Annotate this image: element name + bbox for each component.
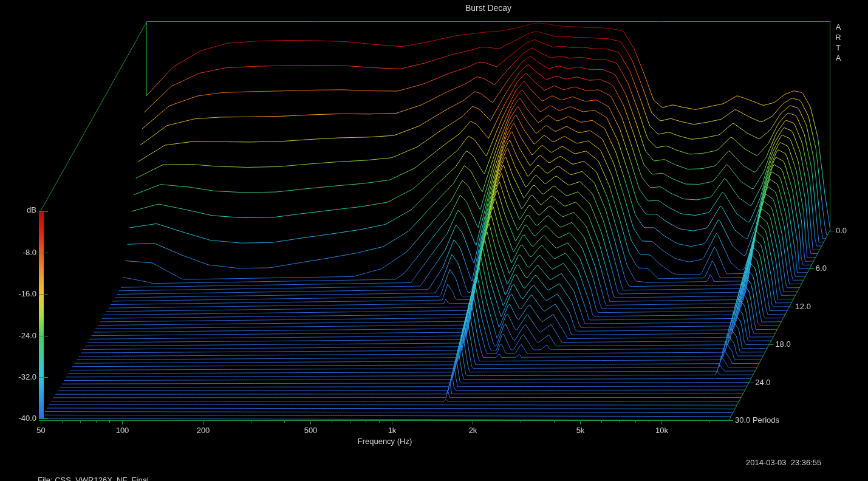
periods-tick-label: 0.0 bbox=[836, 226, 847, 235]
colorbar-tick-label: -8.0 bbox=[5, 248, 36, 257]
frequency-tick-label: 500 bbox=[304, 426, 318, 435]
colorbar-tick-label: -24.0 bbox=[5, 331, 36, 340]
frequency-tick-label: 1k bbox=[388, 426, 397, 435]
frequency-tick-label: 5k bbox=[576, 426, 585, 435]
periods-tick-label: 12.0 bbox=[796, 302, 811, 311]
arta-burst-decay-window: Burst Decay A R T A dB -8.0-16.0-24.0-32… bbox=[0, 0, 868, 481]
colorbar-tick-label: -32.0 bbox=[5, 372, 36, 381]
footer-timestamp: 2014-03-03 23:36:55 bbox=[746, 458, 821, 467]
arta-watermark: A R T A bbox=[833, 22, 844, 63]
periods-tick-label: 18.0 bbox=[775, 339, 790, 349]
footer-file-info: File: CSS_VWR126X_NF_Final CSS_VWR126X_B… bbox=[38, 457, 219, 481]
periods-tick-label: 6.0 bbox=[816, 264, 827, 273]
frequency-tick-label: 10k bbox=[655, 426, 668, 435]
colorbar-tick-label: -16.0 bbox=[5, 289, 36, 298]
db-axis-label: dB bbox=[9, 205, 36, 214]
footer-file-line: File: CSS_VWR126X_NF_Final bbox=[38, 476, 219, 481]
frequency-tick-label: 2k bbox=[469, 426, 477, 435]
colorbar-tick-label: -40.0 bbox=[5, 414, 36, 423]
frequency-tick-label: 50 bbox=[36, 426, 45, 435]
periods-tick-label: 30.0 Periods bbox=[735, 415, 779, 425]
frequency-tick-label: 200 bbox=[197, 426, 210, 435]
periods-tick-label: 24.0 bbox=[755, 378, 770, 387]
chart-title: Burst Decay bbox=[146, 3, 830, 13]
burst-decay-waterfall-canvas bbox=[0, 0, 868, 481]
frequency-axis-label: Frequency (Hz) bbox=[41, 437, 729, 446]
frequency-tick-label: 100 bbox=[116, 426, 129, 435]
